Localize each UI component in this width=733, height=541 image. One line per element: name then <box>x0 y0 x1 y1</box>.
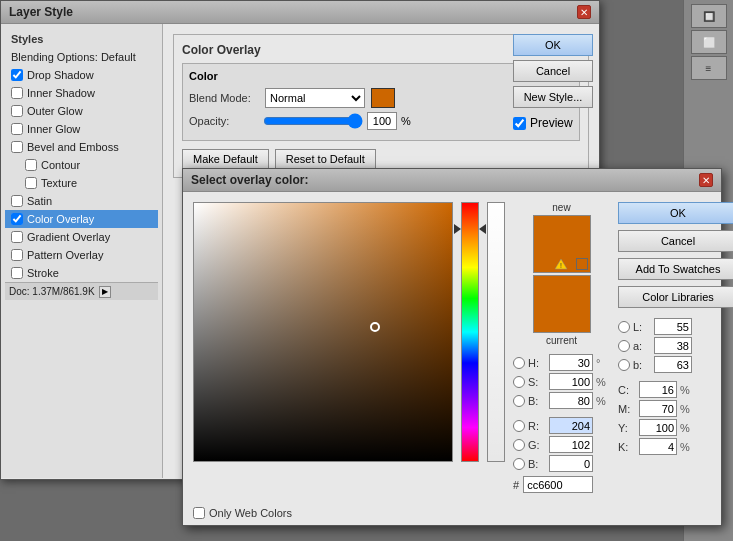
new-color-box[interactable]: ! <box>533 215 591 273</box>
sidebar-item-blending-options[interactable]: Blending Options: Default <box>5 48 158 66</box>
contour-checkbox[interactable] <box>25 159 37 171</box>
status-bar: Doc: 1.37M/861.9K ▶ <box>5 282 158 300</box>
color-swatch-main[interactable] <box>371 88 395 108</box>
outer-glow-checkbox[interactable] <box>11 105 23 117</box>
ok-button[interactable]: OK <box>513 34 593 56</box>
preview-row: Preview <box>513 116 593 130</box>
a-input[interactable] <box>654 337 692 354</box>
c-input[interactable] <box>639 381 677 398</box>
current-color-box[interactable] <box>533 275 591 333</box>
opacity-slider[interactable] <box>263 113 363 129</box>
g-input[interactable] <box>549 436 593 453</box>
sidebar-item-bevel-emboss[interactable]: Bevel and Emboss <box>5 138 158 156</box>
sidebar-item-label: Drop Shadow <box>27 69 152 81</box>
inner-glow-checkbox[interactable] <box>11 123 23 135</box>
hex-input[interactable] <box>523 476 593 493</box>
sidebar-item-drop-shadow[interactable]: Drop Shadow <box>5 66 158 84</box>
satin-checkbox[interactable] <box>11 195 23 207</box>
drop-shadow-checkbox[interactable] <box>11 69 23 81</box>
r-input[interactable] <box>549 417 593 434</box>
status-arrow-button[interactable]: ▶ <box>99 286 111 298</box>
sidebar-item-label: Pattern Overlay <box>27 249 152 261</box>
sidebar-item-texture[interactable]: Texture <box>5 174 158 192</box>
reset-to-default-button[interactable]: Reset to Default <box>275 149 376 169</box>
color-libraries-button[interactable]: Color Libraries <box>618 286 733 308</box>
sidebar-item-label: Outer Glow <box>27 105 152 117</box>
sidebar-item-inner-shadow[interactable]: Inner Shadow <box>5 84 158 102</box>
only-web-checkbox[interactable] <box>193 507 205 519</box>
sidebar-item-color-overlay[interactable]: Color Overlay <box>5 210 158 228</box>
b-input[interactable] <box>549 392 593 409</box>
web-color-swatch[interactable] <box>576 258 588 270</box>
sidebar-item-inner-glow[interactable]: Inner Glow <box>5 120 158 138</box>
tool-icon-2[interactable]: ⬜ <box>691 30 727 54</box>
k-unit: % <box>680 441 698 453</box>
opacity-input[interactable] <box>367 112 397 130</box>
hsv-rgb-inputs: H: ° S: % B: % <box>513 354 610 493</box>
b-rgb-radio[interactable] <box>513 458 525 470</box>
g-radio[interactable] <box>513 439 525 451</box>
inner-shadow-checkbox[interactable] <box>11 87 23 99</box>
gradient-area[interactable] <box>193 202 453 462</box>
sidebar-item-label: Blending Options: Default <box>11 51 152 63</box>
btn-row: Make Default Reset to Default <box>182 149 580 169</box>
s-radio[interactable] <box>513 376 525 388</box>
sidebar-item-stroke[interactable]: Stroke <box>5 264 158 282</box>
b-lab-radio[interactable] <box>618 359 630 371</box>
cp-close-button[interactable]: ✕ <box>699 173 713 187</box>
r-radio[interactable] <box>513 420 525 432</box>
layer-style-close-button[interactable]: ✕ <box>577 5 591 19</box>
sidebar-item-gradient-overlay[interactable]: Gradient Overlay <box>5 228 158 246</box>
b-rgb-row: B: <box>513 455 610 472</box>
l-label: L: <box>633 321 651 333</box>
tool-icon-1[interactable]: 🔲 <box>691 4 727 28</box>
blend-mode-label: Blend Mode: <box>189 92 259 104</box>
h-input[interactable] <box>549 354 593 371</box>
sidebar-item-outer-glow[interactable]: Outer Glow <box>5 102 158 120</box>
status-text: Doc: 1.37M/861.9K <box>9 286 95 297</box>
m-input[interactable] <box>639 400 677 417</box>
l-radio[interactable] <box>618 321 630 333</box>
y-input[interactable] <box>639 419 677 436</box>
sidebar-item-label: Gradient Overlay <box>27 231 152 243</box>
l-input[interactable] <box>654 318 692 335</box>
cp-cancel-button[interactable]: Cancel <box>618 230 733 252</box>
k-input[interactable] <box>639 438 677 455</box>
bevel-emboss-checkbox[interactable] <box>11 141 23 153</box>
cancel-button[interactable]: Cancel <box>513 60 593 82</box>
warning-icon: ! <box>554 258 568 270</box>
new-style-button[interactable]: New Style... <box>513 86 593 108</box>
stroke-checkbox[interactable] <box>11 267 23 279</box>
hex-row: # <box>513 476 610 493</box>
opacity-bar-picker[interactable] <box>487 202 505 462</box>
tool-icon-3[interactable]: ≡ <box>691 56 727 80</box>
svg-text:!: ! <box>560 262 562 269</box>
r-row: R: <box>513 417 610 434</box>
blend-mode-select[interactable]: Normal <box>265 88 365 108</box>
preview-checkbox[interactable] <box>513 117 526 130</box>
s-input[interactable] <box>549 373 593 390</box>
b-radio[interactable] <box>513 395 525 407</box>
color-overlay-checkbox[interactable] <box>11 213 23 225</box>
sidebar-item-contour[interactable]: Contour <box>5 156 158 174</box>
gradient-overlay-checkbox[interactable] <box>11 231 23 243</box>
b-unit: % <box>596 395 610 407</box>
h-radio[interactable] <box>513 357 525 369</box>
sidebar: Styles Blending Options: Default Drop Sh… <box>1 24 163 478</box>
only-web-label: Only Web Colors <box>209 507 292 519</box>
b-lab-label: b: <box>633 359 651 371</box>
pattern-overlay-checkbox[interactable] <box>11 249 23 261</box>
make-default-button[interactable]: Make Default <box>182 149 269 169</box>
texture-checkbox[interactable] <box>25 177 37 189</box>
b-lab-input[interactable] <box>654 356 692 373</box>
y-label: Y: <box>618 422 636 434</box>
sidebar-item-label: Stroke <box>27 267 152 279</box>
sidebar-item-satin[interactable]: Satin <box>5 192 158 210</box>
add-to-swatches-button[interactable]: Add To Swatches <box>618 258 733 280</box>
a-radio[interactable] <box>618 340 630 352</box>
sidebar-item-pattern-overlay[interactable]: Pattern Overlay <box>5 246 158 264</box>
cp-ok-button[interactable]: OK <box>618 202 733 224</box>
b-rgb-input[interactable] <box>549 455 593 472</box>
hue-bar[interactable] <box>461 202 479 462</box>
g-label: G: <box>528 439 546 451</box>
